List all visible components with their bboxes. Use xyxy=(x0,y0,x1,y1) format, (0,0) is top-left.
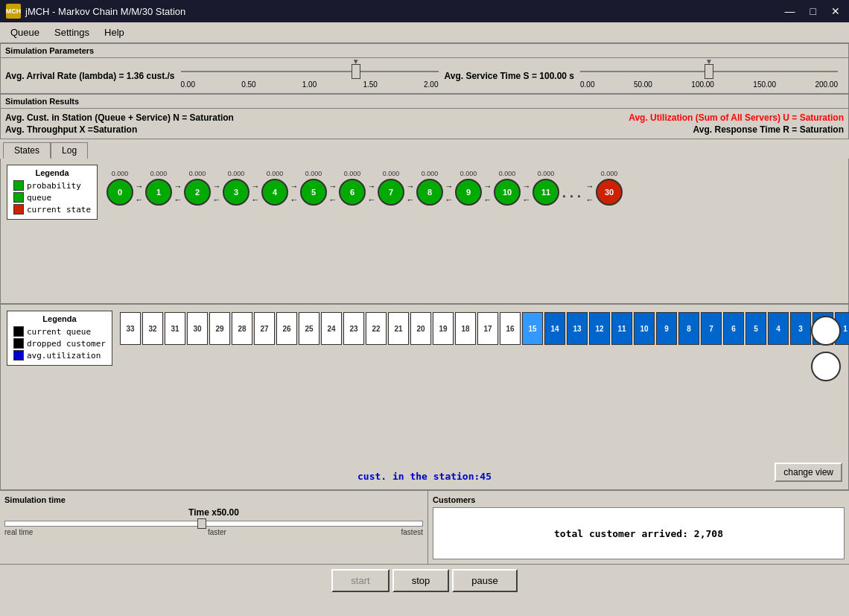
server-cell-5: 5 xyxy=(745,312,766,345)
server-cell-9: 9 xyxy=(656,312,677,345)
server-legend-title: Legenda xyxy=(13,314,106,323)
node-wrapper-11: 0.00011 xyxy=(532,170,559,206)
server-cell-33: 33 xyxy=(120,312,141,345)
node-wrapper-4: 0.0004 xyxy=(261,170,288,206)
server-cell-19: 19 xyxy=(433,312,454,345)
tab-log[interactable]: Log xyxy=(51,142,88,159)
result-n-label: Avg. Cust. in Station (Queue + Service) … xyxy=(5,112,234,123)
service-tick-0: 0.00 xyxy=(580,80,594,89)
menu-queue[interactable]: Queue xyxy=(3,25,47,39)
server-cell-15: 15 xyxy=(522,312,543,345)
node-prob-10: 0.000 xyxy=(499,170,516,177)
server-cell-17: 17 xyxy=(477,312,498,345)
arrival-slider-wrapper: ▼ 0.00 0.50 1.00 1.50 2.00 xyxy=(181,63,439,89)
server-cell-28: 28 xyxy=(232,312,252,345)
service-slider-wrapper: ▼ 0.00 50.00 100.00 150.00 200.00 xyxy=(580,63,838,89)
right-circles xyxy=(811,316,841,381)
control-buttons: start stop pause xyxy=(0,564,849,597)
pause-button[interactable]: pause xyxy=(452,569,517,592)
node-wrapper-9: 0.0009 xyxy=(455,170,482,206)
node-wrapper-1: 0.0001 xyxy=(145,170,172,206)
server-cell-23: 23 xyxy=(343,312,364,345)
server-cell-14: 14 xyxy=(544,312,565,345)
tabs-container: States Log xyxy=(0,139,849,159)
time-slider[interactable] xyxy=(4,521,423,527)
maximize-button[interactable]: □ xyxy=(807,5,819,17)
server-cell-30: 30 xyxy=(187,312,208,345)
close-button[interactable]: ✕ xyxy=(828,5,843,17)
arrival-rate-label: Avg. Arrival Rate (lambda) = 1.36 cust./… xyxy=(5,71,175,81)
change-view-button[interactable]: change view xyxy=(775,463,842,482)
states-panel: Legenda probability queue current state … xyxy=(0,159,849,304)
arrow-pair-2: →← xyxy=(172,182,184,204)
node-circle-8: 8 xyxy=(416,179,443,206)
node-prob-9: 0.000 xyxy=(460,170,477,177)
queue-color xyxy=(13,326,24,337)
probability-color-box xyxy=(13,180,24,191)
queue-color-box xyxy=(13,192,24,203)
server-cell-12: 12 xyxy=(589,312,610,345)
node-circle-0: 0 xyxy=(106,179,133,206)
node-circle-2: 2 xyxy=(184,179,211,206)
server-cell-4: 4 xyxy=(768,312,789,345)
arrow-pair-6: →← xyxy=(327,182,339,204)
sim-results-header: Simulation Results xyxy=(0,94,849,108)
server-legend-queue: current queue xyxy=(13,326,106,337)
start-button[interactable]: start xyxy=(331,569,389,592)
server-cell-18: 18 xyxy=(455,312,476,345)
node-prob-0: 0.000 xyxy=(112,170,129,177)
app-icon: MCH xyxy=(6,4,21,19)
server-cell-29: 29 xyxy=(209,312,230,345)
node-prob-11: 0.000 xyxy=(538,170,555,177)
arrow-pair-11: →← xyxy=(521,182,532,204)
server-cell-26: 26 xyxy=(276,312,297,345)
legend-probability: probability xyxy=(13,180,91,191)
tab-states[interactable]: States xyxy=(3,142,51,159)
probability-label: probability xyxy=(27,181,81,191)
arrow-before-last: →← xyxy=(584,182,596,204)
node-circle-6: 6 xyxy=(339,179,366,206)
arrow-pair-5: →← xyxy=(288,182,300,204)
node-circle-5: 5 xyxy=(300,179,327,206)
node-prob-30: 0.000 xyxy=(601,170,618,177)
node-circle-30: 30 xyxy=(596,179,623,206)
current-state-label: current state xyxy=(27,205,91,215)
customers-content: total customer arrived: 2,708 xyxy=(433,507,845,559)
markov-legend: Legenda probability queue current state xyxy=(7,165,98,220)
minimize-button[interactable]: — xyxy=(782,5,798,17)
server-cell-8: 8 xyxy=(678,312,699,345)
server-cell-25: 25 xyxy=(299,312,319,345)
menu-help[interactable]: Help xyxy=(97,25,132,39)
sim-params-header: Simulation Parameters xyxy=(0,43,849,57)
customers-panel: Customers total customer arrived: 2,708 xyxy=(428,491,849,564)
node-circle-1: 1 xyxy=(145,179,172,206)
node-wrapper-30: 0.00030 xyxy=(596,170,623,206)
menu-bar: Queue Settings Help xyxy=(0,22,849,43)
stop-button[interactable]: stop xyxy=(392,569,450,592)
bottom-section: Simulation time Time x50.00 real time fa… xyxy=(0,490,849,564)
arrival-slider[interactable]: ▼ xyxy=(181,64,439,79)
arrow-pair-7: →← xyxy=(366,182,378,204)
sim-time-label: Simulation time xyxy=(4,495,423,504)
server-cell-10: 10 xyxy=(634,312,655,345)
server-cell-6: 6 xyxy=(723,312,744,345)
node-prob-5: 0.000 xyxy=(305,170,322,177)
server-cell-7: 7 xyxy=(701,312,722,345)
dropped-label: dropped customer xyxy=(27,339,106,349)
sim-results-panel: Avg. Cust. in Station (Queue + Service) … xyxy=(0,108,849,139)
legend-title: Legenda xyxy=(13,168,91,177)
server-grid: 3332313029282726252423222120191817161514… xyxy=(120,312,763,345)
arrow-pair-8: →← xyxy=(404,182,416,204)
service-slider[interactable]: ▼ xyxy=(580,64,838,79)
server-cell-32: 32 xyxy=(142,312,163,345)
arrow-pair-10: →← xyxy=(482,182,494,204)
node-circle-3: 3 xyxy=(223,179,249,206)
utilization-label: avg.utilization xyxy=(27,351,101,361)
time-label-faster: faster xyxy=(208,528,226,536)
result-x-label: Avg. Throughput X =Saturation xyxy=(5,124,137,135)
menu-settings[interactable]: Settings xyxy=(47,25,97,39)
node-circle-4: 4 xyxy=(261,179,288,206)
node-wrapper-7: 0.0007 xyxy=(378,170,404,206)
server-legend-utilization: avg.utilization xyxy=(13,350,106,361)
queue-label: queue xyxy=(27,193,51,203)
